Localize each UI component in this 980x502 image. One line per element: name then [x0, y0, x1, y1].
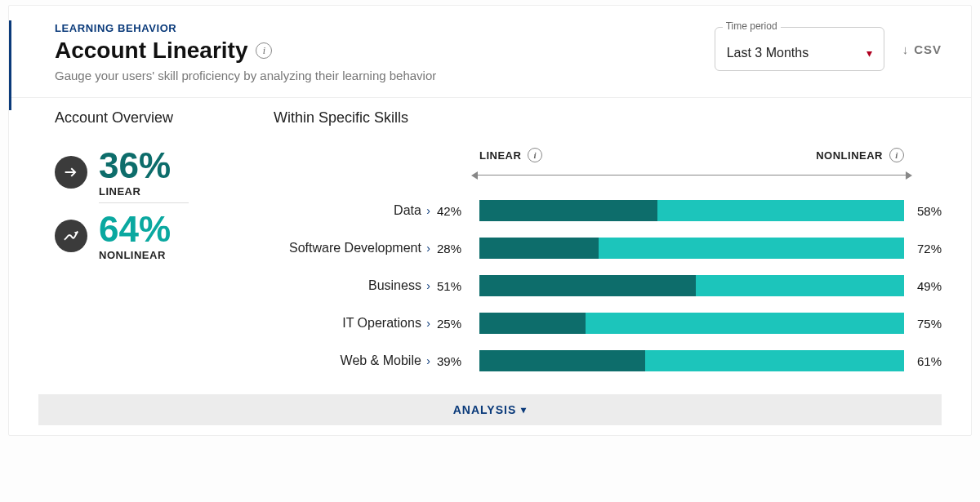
linear-header-label: LINEAR: [479, 149, 521, 162]
skill-linear-pct: 25%: [437, 317, 479, 331]
skill-name-link[interactable]: Data ›: [274, 203, 437, 218]
skill-name-label: Data: [394, 203, 421, 217]
chevron-right-icon: ›: [426, 204, 430, 217]
overview-linear-row: 36% LINEAR: [55, 148, 274, 198]
skill-linear-pct: 28%: [437, 242, 479, 255]
chevron-down-icon: ▾: [866, 47, 872, 60]
skill-name-link[interactable]: IT Operations ›: [274, 316, 437, 331]
linear-header: LINEAR i: [479, 148, 542, 162]
time-period-field: Time period Last 3 Months ▾: [715, 27, 884, 71]
account-linearity-card: LEARNING BEHAVIOR Account Linearity i Ga…: [8, 5, 972, 436]
arrow-right-icon: [55, 156, 87, 189]
skill-linear-pct: 39%: [437, 354, 479, 368]
overview-nonlinear-pct: 64%: [99, 211, 171, 247]
skill-name-link[interactable]: Web & Mobile ›: [274, 353, 437, 368]
analysis-label: ANALYSIS: [453, 403, 517, 416]
nonlinear-header: NONLINEAR i: [816, 148, 904, 162]
skill-row: IT Operations ›25%75%: [274, 304, 942, 342]
skill-bar: [479, 313, 904, 334]
overview-column: Account Overview 36% LINEAR 64% NONLINEA…: [55, 109, 274, 380]
bar-linear: [479, 275, 696, 296]
skill-row: Web & Mobile ›39%61%: [274, 342, 942, 380]
nonlinear-header-label: NONLINEAR: [816, 149, 883, 162]
bar-nonlinear: [657, 200, 904, 221]
analysis-toggle[interactable]: ANALYSIS ▾: [38, 394, 942, 425]
chevron-right-icon: ›: [426, 354, 430, 367]
time-period-select[interactable]: Last 3 Months ▾: [715, 27, 884, 71]
bar-nonlinear: [645, 350, 904, 371]
skills-title: Within Specific Skills: [274, 109, 942, 127]
bar-linear: [479, 238, 599, 259]
body: Account Overview 36% LINEAR 64% NONLINEA…: [9, 98, 971, 386]
overview-nonlinear-label: NONLINEAR: [99, 249, 171, 261]
skill-nonlinear-pct: 58%: [904, 204, 942, 218]
skill-row: Data ›42%58%: [274, 192, 942, 229]
range-axis: [476, 175, 907, 175]
overview-nonlinear-text: 64% NONLINEAR: [99, 211, 171, 261]
skills-column: Within Specific Skills LINEAR i NONLINEA…: [274, 109, 942, 380]
skill-nonlinear-pct: 72%: [904, 242, 942, 255]
bar-nonlinear: [599, 238, 904, 259]
skills-list: Data ›42%58%Software Development ›28%72%…: [274, 192, 942, 380]
overview-title: Account Overview: [55, 109, 274, 127]
header: LEARNING BEHAVIOR Account Linearity i Ga…: [9, 6, 971, 98]
export-csv-button[interactable]: ↓ CSV: [902, 42, 942, 56]
title-row: Account Linearity i: [55, 38, 715, 64]
skill-row: Business ›51%49%: [274, 267, 942, 304]
time-period-legend: Time period: [723, 20, 781, 32]
skill-name-label: Web & Mobile: [341, 353, 421, 367]
skill-name-label: IT Operations: [342, 316, 421, 330]
page-title: Account Linearity: [55, 38, 247, 64]
header-left: LEARNING BEHAVIOR Account Linearity i Ga…: [55, 22, 715, 82]
info-icon[interactable]: i: [528, 148, 542, 162]
chevron-down-icon: ▾: [521, 404, 527, 415]
bar-linear: [479, 350, 645, 371]
skill-linear-pct: 51%: [437, 279, 479, 293]
skill-nonlinear-pct: 75%: [904, 317, 942, 331]
download-icon: ↓: [902, 42, 910, 56]
bar-linear: [479, 313, 586, 334]
subtitle: Gauge your users' skill proficiency by a…: [55, 69, 715, 82]
skill-row: Software Development ›28%72%: [274, 229, 942, 267]
overview-linear-label: LINEAR: [99, 185, 171, 198]
skill-nonlinear-pct: 49%: [904, 279, 942, 293]
skill-linear-pct: 42%: [437, 204, 479, 218]
header-right: Time period Last 3 Months ▾ ↓ CSV: [715, 22, 942, 71]
bar-nonlinear: [696, 275, 904, 296]
skill-bar: [479, 350, 904, 371]
skill-name-link[interactable]: Software Development ›: [274, 241, 437, 255]
axis-wrap: [274, 164, 942, 179]
overview-nonlinear-row: 64% NONLINEAR: [55, 211, 274, 261]
csv-label: CSV: [914, 42, 942, 56]
skill-bar: [479, 200, 904, 221]
info-icon[interactable]: i: [256, 42, 272, 59]
overview-linear-text: 36% LINEAR: [99, 148, 171, 198]
skill-bar: [479, 275, 904, 296]
skill-name-label: Software Development: [289, 241, 421, 255]
overview-linear-pct: 36%: [99, 148, 171, 184]
chevron-right-icon: ›: [426, 317, 430, 330]
skill-name-label: Business: [368, 278, 421, 292]
bar-linear: [479, 200, 657, 221]
info-icon[interactable]: i: [889, 148, 904, 162]
eyebrow: LEARNING BEHAVIOR: [55, 22, 715, 34]
trend-up-icon: [55, 220, 87, 252]
time-period-value: Last 3 Months: [727, 46, 809, 60]
overview-divider: [99, 202, 189, 203]
skill-name-link[interactable]: Business ›: [274, 278, 437, 293]
chevron-right-icon: ›: [426, 242, 430, 255]
chevron-right-icon: ›: [426, 279, 430, 292]
skill-nonlinear-pct: 61%: [904, 354, 942, 368]
accent-bar: [9, 20, 11, 110]
bar-nonlinear: [586, 313, 904, 334]
skill-bar: [479, 238, 904, 259]
skills-header: LINEAR i NONLINEAR i: [274, 148, 942, 162]
